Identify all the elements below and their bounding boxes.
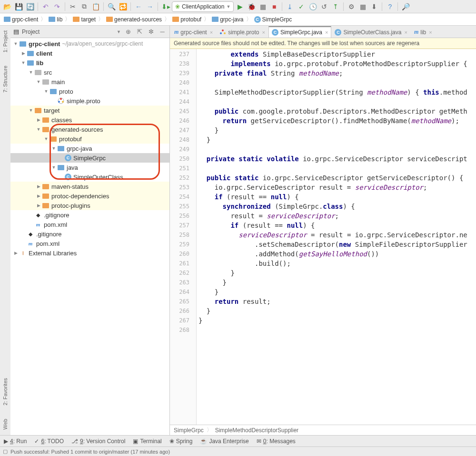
vcs-history-icon[interactable]: 🕓	[307, 1, 318, 12]
cut-icon[interactable]: ✂	[68, 1, 78, 12]
editor-tab[interactable]: CSimpleGrpc.java×	[268, 26, 331, 38]
stop-icon[interactable]: ■	[269, 1, 279, 12]
editor-area: mgrpc-client×simple.proto×CSimpleGrpc.ja…	[170, 26, 476, 435]
tree-item[interactable]: ▶CSimpleGrpc	[10, 153, 169, 163]
tree-item[interactable]: ▼generated-sources	[10, 125, 169, 134]
redo-icon[interactable]: ↷	[52, 1, 62, 12]
run-config-label: ClientApplication	[182, 3, 224, 10]
tree-item[interactable]: ▶⫴External Libraries	[10, 248, 169, 258]
editor-tab[interactable]: mlib×	[411, 26, 436, 38]
tree-item[interactable]: ▼grpc-client~/java/open_sources/grpc-cli…	[10, 39, 169, 49]
bottom-tool-button[interactable]: ⎇9: Version Control	[71, 438, 125, 445]
tree-item[interactable]: ▶maven-status	[10, 182, 169, 191]
maven-icon: m	[27, 240, 34, 247]
download-icon[interactable]: ⬇	[369, 1, 379, 12]
folder-icon	[50, 135, 57, 143]
copy-icon[interactable]: ⧉	[79, 1, 89, 12]
editor-tab[interactable]: simple.proto×	[216, 26, 268, 38]
tree-item[interactable]: ▼grpc-java	[10, 144, 169, 153]
run-icon[interactable]: ▶	[235, 1, 245, 12]
folder-icon	[27, 49, 34, 57]
debug-icon[interactable]: 🐞	[246, 1, 257, 12]
close-tab-icon[interactable]: ×	[210, 29, 213, 35]
close-tab-icon[interactable]: ×	[325, 29, 328, 35]
tree-item[interactable]: ▶classes	[10, 115, 169, 125]
back-icon[interactable]: ←	[133, 1, 144, 12]
scroll-from-source-icon[interactable]: ⊕	[124, 28, 132, 36]
side-tab[interactable]: 1: Project	[1, 29, 9, 54]
vcs-revert-icon[interactable]: ↺	[319, 1, 329, 12]
bottom-tool-button[interactable]: ✓6: TODO	[34, 438, 64, 445]
svg-point-1	[60, 98, 62, 100]
vcs-commit-icon[interactable]: ✓	[296, 1, 307, 12]
breadcrumb-item[interactable]: protobuf	[170, 16, 203, 23]
svg-point-6	[220, 32, 222, 34]
breadcrumb-item[interactable]: grpc-java	[210, 16, 245, 23]
tree-item[interactable]: ▶client	[10, 49, 169, 58]
tree-item[interactable]: ▼proto	[10, 87, 169, 96]
bottom-tool-button[interactable]: ✉0: Messages	[257, 438, 296, 445]
tree-item[interactable]: ▶◆.gitignore	[10, 210, 169, 220]
bottom-tool-button[interactable]: ☕Java Enterprise	[200, 438, 248, 445]
breadcrumb-item[interactable]: generated-sources	[104, 16, 164, 23]
bottom-tool-button[interactable]: ▣Terminal	[133, 438, 161, 445]
breadcrumb-item[interactable]: grpc-client	[2, 16, 40, 23]
close-tab-icon[interactable]: ×	[429, 29, 432, 35]
help-icon[interactable]: ?	[385, 1, 395, 12]
tree-item[interactable]: ▼lib	[10, 58, 169, 68]
breadcrumb-item[interactable]: CSimpleGrpc	[252, 16, 294, 23]
bottom-tool-button[interactable]: ❀Spring	[169, 438, 193, 445]
collapse-all-icon[interactable]: ⇱	[135, 28, 144, 36]
dropdown-icon[interactable]: ▼	[117, 29, 121, 34]
paste-icon[interactable]: 📋	[90, 1, 101, 12]
coverage-icon[interactable]: ▦	[258, 1, 268, 12]
code-editor[interactable]: 2372382392402412442452462472482492502512…	[170, 49, 476, 425]
tree-item[interactable]: ▶protoc-dependencies	[10, 191, 169, 201]
close-tab-icon[interactable]: ×	[404, 29, 407, 35]
structure-icon[interactable]: ⚙	[346, 1, 357, 12]
tree-item[interactable]: ▶protoc-plugins	[10, 201, 169, 210]
hide-icon[interactable]: ─	[158, 28, 167, 36]
build-icon[interactable]: ⬇▸	[160, 1, 171, 12]
bottom-tool-button[interactable]: ▶4: Run	[4, 438, 27, 445]
gitignore-icon: ◆	[27, 230, 34, 238]
editor-breadcrumb[interactable]: SimpleGrpc〉SimpleMethodDescriptorSupplie…	[170, 425, 476, 435]
tree-item[interactable]: ▼java	[10, 163, 169, 172]
close-tab-icon[interactable]: ×	[262, 29, 265, 35]
code-content[interactable]: extends SimpleBaseDescriptorSupplier imp…	[197, 49, 476, 425]
save-all-icon[interactable]: 💾	[13, 1, 24, 12]
tree-item[interactable]: ▶CSimpleOuterClass	[10, 172, 169, 182]
side-tab[interactable]: 7: Structure	[1, 64, 9, 95]
search-everywhere-icon[interactable]: 🔎	[400, 1, 411, 12]
tree-item[interactable]: ▶mpom.xml	[10, 220, 169, 229]
side-tab[interactable]: 2: Favorites	[1, 376, 9, 407]
editor-crumb-item[interactable]: SimpleGrpc	[174, 427, 204, 434]
tree-item[interactable]: ▶◆.gitignore	[10, 229, 169, 239]
breadcrumb-item[interactable]: lib	[47, 16, 64, 23]
tree-item[interactable]: ▶mpom.xml	[10, 239, 169, 248]
side-tab[interactable]: Web	[1, 417, 9, 431]
editor-crumb-item[interactable]: SimpleMethodDescriptorSupplier	[215, 427, 298, 434]
forward-icon[interactable]: →	[145, 1, 155, 12]
tree-item[interactable]: ▼src	[10, 68, 169, 77]
run-config-selector[interactable]: ❀ ClientApplication ▼	[172, 1, 234, 12]
tree-item[interactable]: ▼target	[10, 106, 169, 115]
vcs-update-icon[interactable]: ⤓	[285, 1, 295, 12]
tree-item[interactable]: ▼main	[10, 77, 169, 87]
folder-icon	[50, 87, 57, 95]
settings-icon[interactable]: ✼	[147, 28, 155, 36]
sync-icon[interactable]: 🔄	[25, 1, 35, 12]
vcs-push-icon[interactable]: ⤒	[330, 1, 341, 12]
editor-tab[interactable]: CSimpleOuterClass.java×	[331, 26, 410, 38]
project-tree[interactable]: ▼grpc-client~/java/open_sources/grpc-cli…	[10, 38, 169, 435]
folder-icon	[42, 183, 50, 190]
tree-item[interactable]: ▼protobuf	[10, 134, 169, 144]
undo-icon[interactable]: ↶	[40, 1, 51, 12]
sdk-icon[interactable]: ▦	[357, 1, 368, 12]
editor-tab[interactable]: mgrpc-client×	[171, 26, 216, 38]
replace-icon[interactable]: 🔁	[118, 1, 128, 12]
open-icon[interactable]: 📂	[2, 1, 12, 12]
find-icon[interactable]: 🔍	[106, 1, 117, 12]
breadcrumb-item[interactable]: target	[71, 16, 98, 23]
tree-item[interactable]: ▶simple.proto	[10, 96, 169, 106]
